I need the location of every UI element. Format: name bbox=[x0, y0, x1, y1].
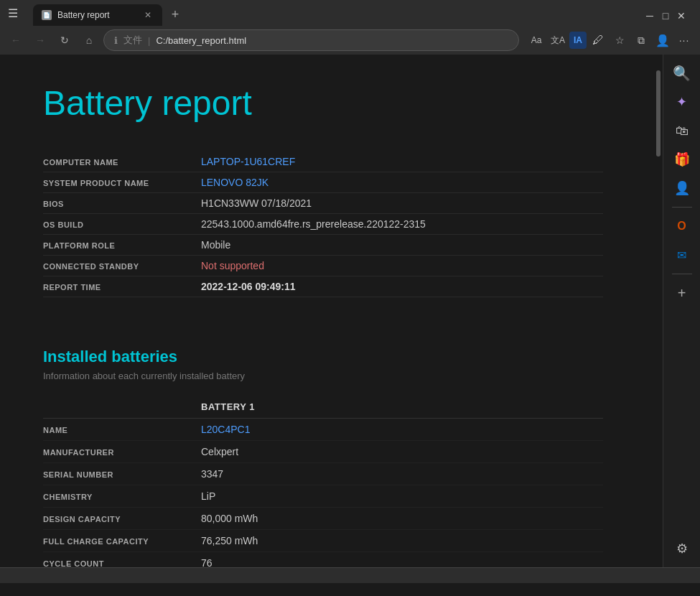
battery-label: FULL CHARGE CAPACITY bbox=[43, 537, 201, 546]
battery-value: Celxpert bbox=[201, 446, 603, 457]
battery-label: CYCLE COUNT bbox=[43, 559, 201, 567]
info-label: BIOS bbox=[43, 200, 201, 208]
battery-header-row: BATTERY 1 bbox=[43, 399, 603, 419]
battery-row: NAMEL20C4PC1 bbox=[43, 419, 603, 441]
battery-label: DESIGN CAPACITY bbox=[43, 515, 201, 523]
sidebar-toggle-btn[interactable]: ☰ bbox=[6, 6, 20, 20]
main-content: Battery report COMPUTER NAMELAPTOP-1U61C… bbox=[0, 55, 654, 567]
info-label: OS BUILD bbox=[43, 220, 201, 229]
address-input[interactable]: ℹ 文件 | C:/battery_report.html bbox=[103, 29, 519, 51]
info-value: Mobile bbox=[201, 239, 230, 251]
read-aloud-btn[interactable]: Aa bbox=[526, 30, 546, 50]
close-btn[interactable]: ✕ bbox=[674, 9, 689, 23]
battery-label: CHEMISTRY bbox=[43, 493, 201, 501]
battery-row: MANUFACTURERCelxpert bbox=[43, 441, 603, 463]
address-bar: ← → ↻ ⌂ ℹ 文件 | C:/battery_report.html Aa… bbox=[0, 26, 700, 55]
tabs-bar: 📄 Battery report ✕ + ─ □ ✕ bbox=[27, 0, 694, 26]
home-btn[interactable]: ⌂ bbox=[79, 30, 99, 50]
sidebar-social-icon[interactable]: 👤 bbox=[669, 175, 695, 201]
battery-row: SERIAL NUMBER3347 bbox=[43, 463, 603, 485]
batteries-section-title: Installed batteries bbox=[43, 348, 603, 366]
scrollbar-thumb[interactable] bbox=[656, 70, 661, 157]
sidebar-settings-icon[interactable]: ⚙ bbox=[669, 536, 695, 562]
battery-row: FULL CHARGE CAPACITY76,250 mWh bbox=[43, 530, 603, 552]
info-row: BIOSH1CN33WW 07/18/2021 bbox=[43, 193, 603, 214]
battery-table: BATTERY 1 NAMEL20C4PC1MANUFACTURERCelxpe… bbox=[43, 399, 603, 567]
back-btn[interactable]: ← bbox=[6, 30, 26, 50]
forward-btn[interactable]: → bbox=[30, 30, 50, 50]
minimize-btn[interactable]: ─ bbox=[643, 9, 657, 23]
battery-label: NAME bbox=[43, 426, 201, 434]
battery-value: 76,250 mWh bbox=[201, 535, 603, 546]
info-label: CONNECTED STANDBY bbox=[43, 262, 201, 271]
status-bar bbox=[0, 567, 700, 583]
profile-btn[interactable]: 👤 bbox=[653, 30, 673, 50]
sidebar-office-icon[interactable]: O bbox=[669, 213, 695, 239]
page-title: Battery report bbox=[43, 83, 603, 123]
scrollbar[interactable] bbox=[654, 55, 663, 567]
info-label: SYSTEM PRODUCT NAME bbox=[43, 179, 201, 187]
window-controls: ☰ bbox=[6, 6, 20, 20]
sidebar-divider-2 bbox=[672, 274, 692, 274]
info-value: LENOVO 82JK bbox=[201, 177, 269, 188]
tab-title: Battery report bbox=[57, 10, 136, 20]
address-info-icon: ℹ bbox=[114, 35, 118, 46]
more-btn[interactable]: ··· bbox=[674, 30, 694, 50]
tab-close-btn[interactable]: ✕ bbox=[142, 9, 154, 21]
info-value: H1CN33WW 07/18/2021 bbox=[201, 197, 312, 209]
battery-row: CHEMISTRYLiP bbox=[43, 485, 603, 508]
info-row: COMPUTER NAMELAPTOP-1U61CREF bbox=[43, 152, 603, 172]
refresh-btn[interactable]: ↻ bbox=[55, 30, 75, 50]
translate-btn[interactable]: 文A bbox=[548, 30, 568, 50]
toolbar-icons: Aa 文A IA 🖊 ☆ ⧉ 👤 ··· bbox=[526, 30, 694, 50]
batteries-section: Installed batteries Information about ea… bbox=[43, 348, 603, 567]
battery-label: SERIAL NUMBER bbox=[43, 470, 201, 479]
favorites-btn[interactable]: ☆ bbox=[610, 30, 630, 50]
sidebar-add-btn[interactable]: + bbox=[669, 280, 695, 306]
info-row: SYSTEM PRODUCT NAMELENOVO 82JK bbox=[43, 172, 603, 193]
battery-value: 3347 bbox=[201, 468, 603, 480]
sidebar-outlook-icon[interactable]: ✉ bbox=[669, 242, 695, 268]
info-row: PLATFORM ROLEMobile bbox=[43, 235, 603, 256]
tab-favicon: 📄 bbox=[42, 10, 52, 20]
battery-col-label bbox=[43, 401, 201, 412]
battery-value: LiP bbox=[201, 490, 603, 502]
system-info-table: COMPUTER NAMELAPTOP-1U61CREFSYSTEM PRODU… bbox=[43, 152, 603, 297]
collections-btn[interactable]: 🖊 bbox=[588, 30, 608, 50]
content-inner: Battery report COMPUTER NAMELAPTOP-1U61C… bbox=[0, 55, 646, 567]
title-bar: ☰ 📄 Battery report ✕ + ─ □ ✕ bbox=[0, 0, 700, 26]
battery-row: DESIGN CAPACITY80,000 mWh bbox=[43, 508, 603, 530]
active-tab[interactable]: 📄 Battery report ✕ bbox=[33, 4, 162, 26]
new-tab-btn[interactable]: + bbox=[165, 4, 185, 24]
info-value: Not supported bbox=[201, 260, 264, 271]
maximize-btn[interactable]: □ bbox=[658, 9, 673, 23]
info-label: PLATFORM ROLE bbox=[43, 241, 201, 250]
battery-value: 80,000 mWh bbox=[201, 513, 603, 524]
sidebar-right: 🔍 ✦ 🛍 🎁 👤 O ✉ + ⚙ bbox=[663, 55, 700, 567]
info-row: REPORT TIME2022-12-06 09:49:11 bbox=[43, 276, 603, 297]
ia-btn[interactable]: IA bbox=[569, 32, 587, 49]
address-separator: | bbox=[148, 35, 150, 46]
batteries-section-subtitle: Information about each currently install… bbox=[43, 371, 603, 381]
info-label: COMPUTER NAME bbox=[43, 158, 201, 167]
sidebar-search-icon[interactable]: 🔍 bbox=[669, 60, 695, 86]
info-row: CONNECTED STANDBYNot supported bbox=[43, 256, 603, 276]
battery-value: L20C4PC1 bbox=[201, 424, 603, 435]
sidebar-divider-1 bbox=[672, 207, 692, 208]
battery-row: CYCLE COUNT76 bbox=[43, 552, 603, 567]
battery-col-val: BATTERY 1 bbox=[201, 401, 603, 412]
split-btn[interactable]: ⧉ bbox=[631, 30, 651, 50]
sidebar-games-icon[interactable]: 🎁 bbox=[669, 146, 695, 172]
sidebar-extensions-icon[interactable]: ✦ bbox=[669, 89, 695, 115]
address-url-text: C:/battery_report.html bbox=[156, 35, 246, 46]
info-label: REPORT TIME bbox=[43, 283, 201, 292]
address-file-label: 文件 bbox=[123, 34, 142, 47]
info-value: 22543.1000.amd64fre.rs_prerelease.220122… bbox=[201, 218, 426, 230]
battery-label: MANUFACTURER bbox=[43, 448, 201, 457]
info-row: OS BUILD22543.1000.amd64fre.rs_prereleas… bbox=[43, 214, 603, 235]
sidebar-shopping-icon[interactable]: 🛍 bbox=[669, 118, 695, 144]
browser-layout: Battery report COMPUTER NAMELAPTOP-1U61C… bbox=[0, 55, 700, 567]
battery-value: 76 bbox=[201, 557, 603, 567]
info-value: 2022-12-06 09:49:11 bbox=[201, 281, 296, 292]
info-value: LAPTOP-1U61CREF bbox=[201, 156, 295, 167]
